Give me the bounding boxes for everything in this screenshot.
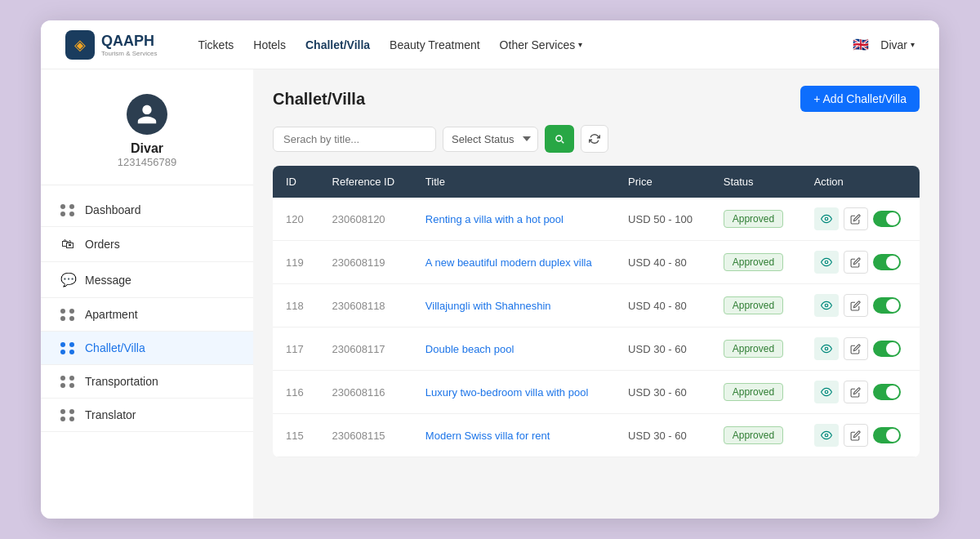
- sidebar-item-challet-villa[interactable]: Challet/Villa: [41, 332, 253, 365]
- refresh-button[interactable]: [581, 125, 608, 153]
- cell-title[interactable]: Renting a villa with a hot pool: [412, 198, 615, 241]
- cell-title[interactable]: Double beach pool: [412, 327, 615, 371]
- cell-price: USD 30 - 60: [615, 371, 710, 414]
- pencil-icon: [850, 301, 861, 311]
- toggle-button[interactable]: [873, 384, 901, 400]
- nav-user-name: Divar: [880, 38, 907, 51]
- sidebar: Divar 1231456789 Dashboard 🛍 Orders 💬 Me…: [41, 69, 253, 519]
- cell-price: USD 50 - 100: [615, 198, 710, 241]
- cell-title[interactable]: Villajungli with Shahneshin: [412, 284, 615, 327]
- eye-icon: [821, 430, 832, 441]
- search-input[interactable]: [273, 127, 436, 152]
- cell-id: 119: [273, 241, 319, 284]
- toggle-button[interactable]: [873, 427, 901, 443]
- cell-status: Approved: [710, 284, 801, 327]
- cell-ref: 230608120: [319, 198, 412, 241]
- status-badge: Approved: [724, 210, 783, 228]
- table-row: 116 230608116 Luxury two-bedroom villa w…: [273, 371, 920, 414]
- message-icon: 💬: [60, 272, 75, 287]
- nav-challet-villa[interactable]: Challet/Villa: [305, 38, 370, 51]
- search-button[interactable]: [545, 125, 574, 153]
- nav-links: Tickets Hotels Challet/Villa Beauty Trea…: [198, 38, 826, 51]
- nav-beauty-treatment[interactable]: Beauty Treatment: [390, 38, 480, 51]
- cell-ref: 230608117: [319, 327, 412, 371]
- user-profile: Divar 1231456789: [41, 86, 253, 185]
- nav-other-services[interactable]: Other Services ▾: [500, 38, 583, 51]
- cell-ref: 230608118: [319, 284, 412, 327]
- cell-ref: 230608116: [319, 371, 412, 414]
- cell-id: 118: [273, 284, 319, 327]
- status-badge: Approved: [724, 426, 783, 444]
- status-badge: Approved: [724, 340, 783, 358]
- svg-point-3: [825, 347, 828, 350]
- sidebar-menu: Dashboard 🛍 Orders 💬 Message Apartment C…: [41, 185, 253, 440]
- col-header-price: Price: [615, 166, 710, 198]
- edit-button[interactable]: [844, 251, 868, 274]
- cell-title[interactable]: Modern Swiss villa for rent: [412, 414, 615, 457]
- cell-status: Approved: [710, 198, 801, 241]
- nav-hotels[interactable]: Hotels: [253, 38, 286, 51]
- edit-button[interactable]: [844, 294, 868, 317]
- pencil-icon: [850, 430, 861, 441]
- sidebar-user-id: 1231456789: [118, 156, 176, 168]
- table-row: 118 230608118 Villajungli with Shahneshi…: [273, 284, 920, 327]
- toggle-button[interactable]: [873, 341, 901, 357]
- cell-price: USD 40 - 80: [615, 241, 710, 284]
- toggle-button[interactable]: [873, 211, 901, 227]
- toggle-button[interactable]: [873, 297, 901, 314]
- status-badge: Approved: [724, 296, 783, 314]
- app-name: QAAPH: [101, 33, 154, 49]
- cell-action: [801, 327, 920, 371]
- search-bar: Select Status Approved Pending Rejected: [273, 125, 920, 153]
- sidebar-item-message[interactable]: 💬 Message: [41, 262, 253, 298]
- flag-icon[interactable]: 🇬🇧: [851, 35, 871, 55]
- col-header-id: ID: [273, 166, 319, 198]
- logo: ◈ QAAPH Tourism & Services: [65, 30, 157, 60]
- view-button[interactable]: [814, 337, 839, 360]
- page-title: Challet/Villa: [273, 90, 365, 109]
- cell-title[interactable]: A new beautiful modern duplex villa: [412, 241, 615, 284]
- cell-id: 120: [273, 198, 319, 241]
- toggle-button[interactable]: [873, 254, 901, 270]
- sidebar-item-orders[interactable]: 🛍 Orders: [41, 227, 253, 262]
- svg-point-4: [825, 390, 828, 394]
- pencil-icon: [850, 214, 861, 225]
- user-chevron-icon: ▾: [911, 40, 915, 49]
- cell-id: 117: [273, 327, 319, 371]
- edit-button[interactable]: [844, 207, 868, 230]
- edit-button[interactable]: [844, 381, 868, 403]
- nav-tickets[interactable]: Tickets: [198, 38, 234, 51]
- view-button[interactable]: [814, 251, 839, 274]
- status-badge: Approved: [724, 253, 783, 271]
- user-menu[interactable]: Divar ▾: [880, 38, 915, 51]
- action-buttons: [814, 207, 906, 230]
- view-button[interactable]: [814, 294, 839, 317]
- table-row: 115 230608115 Modern Swiss villa for ren…: [273, 414, 920, 457]
- data-table: ID Reference ID Title Price Status Actio…: [273, 166, 920, 457]
- action-buttons: [814, 294, 906, 317]
- status-select[interactable]: Select Status Approved Pending Rejected: [443, 127, 538, 152]
- app-subtitle: Tourism & Services: [101, 50, 157, 57]
- edit-button[interactable]: [844, 424, 868, 447]
- apartment-grid-icon: [60, 309, 75, 321]
- logo-text: QAAPH Tourism & Services: [101, 33, 157, 57]
- cell-price: USD 30 - 60: [615, 414, 710, 457]
- svg-point-0: [825, 217, 828, 220]
- sidebar-item-apartment[interactable]: Apartment: [41, 298, 253, 332]
- action-buttons: [814, 337, 906, 360]
- svg-point-1: [825, 261, 828, 264]
- cell-status: Approved: [710, 327, 801, 371]
- add-challet-villa-button[interactable]: + Add Challet/Villa: [800, 86, 920, 112]
- cell-price: USD 40 - 80: [615, 284, 710, 327]
- app-frame: ◈ QAAPH Tourism & Services Tickets Hotel…: [41, 20, 939, 519]
- sidebar-item-transportation[interactable]: Transportation: [41, 365, 253, 399]
- sidebar-item-dashboard[interactable]: Dashboard: [41, 194, 253, 227]
- view-button[interactable]: [814, 381, 839, 403]
- translator-grid-icon: [60, 409, 75, 421]
- edit-button[interactable]: [844, 337, 868, 360]
- view-button[interactable]: [814, 424, 839, 447]
- view-button[interactable]: [814, 207, 839, 230]
- status-badge: Approved: [724, 383, 783, 401]
- sidebar-item-translator[interactable]: Translator: [41, 399, 253, 432]
- cell-title[interactable]: Luxury two-bedroom villa with pool: [412, 371, 615, 414]
